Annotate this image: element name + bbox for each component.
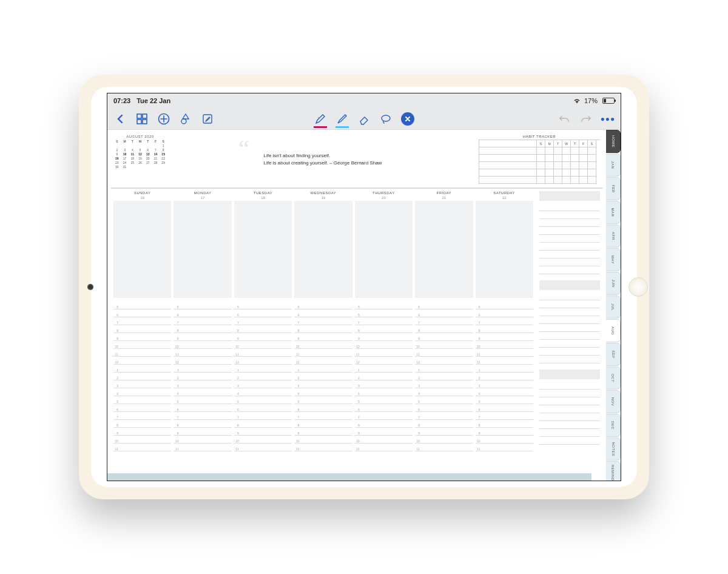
hour-row[interactable]: 5: [476, 302, 533, 309]
hour-row[interactable]: 7: [355, 317, 413, 325]
side-line[interactable]: [539, 211, 600, 219]
mini-cal-day[interactable]: 22: [160, 157, 167, 160]
hour-row[interactable]: 4: [415, 388, 473, 396]
mini-cal-day[interactable]: 23: [113, 161, 121, 164]
tab-sep[interactable]: SEP: [606, 343, 621, 366]
side-line[interactable]: [539, 437, 600, 445]
hour-row[interactable]: 8: [355, 420, 413, 428]
side-notes[interactable]: [539, 191, 600, 451]
mini-cal-day[interactable]: 19: [136, 157, 144, 160]
hour-row[interactable]: 6: [355, 309, 413, 317]
side-line[interactable]: [539, 292, 600, 300]
side-line[interactable]: [539, 266, 600, 274]
day-note-block[interactable]: [113, 201, 171, 298]
hour-row[interactable]: 7: [294, 412, 352, 420]
side-line[interactable]: [539, 251, 600, 258]
tab-notes[interactable]: NOTES: [606, 437, 621, 461]
tab-jan[interactable]: JAN: [606, 154, 621, 177]
hour-row[interactable]: 10: [174, 436, 231, 444]
hour-row[interactable]: 11: [355, 349, 413, 357]
tab-oct[interactable]: OCT: [606, 366, 621, 390]
mini-cal-day[interactable]: 7: [152, 148, 160, 152]
hour-row[interactable]: 1: [294, 365, 352, 373]
side-line[interactable]: [539, 429, 600, 437]
side-line[interactable]: [539, 227, 600, 235]
hour-row[interactable]: 7: [234, 317, 292, 325]
mini-cal-day[interactable]: 12: [136, 152, 144, 156]
hour-row[interactable]: 9: [294, 333, 352, 341]
hour-row[interactable]: 3: [113, 380, 171, 388]
habit-cell[interactable]: [571, 162, 579, 169]
tab-jun[interactable]: JUN: [606, 272, 621, 295]
habit-cell[interactable]: [554, 147, 562, 155]
tab-remind[interactable]: REMIND: [606, 461, 621, 481]
hour-row[interactable]: 3: [476, 380, 533, 388]
hour-row[interactable]: 8: [476, 420, 533, 428]
mini-cal-day[interactable]: 17: [121, 157, 129, 160]
mini-cal-day[interactable]: 4: [129, 148, 136, 152]
more-button[interactable]: ●●●: [601, 112, 615, 126]
hour-row[interactable]: 2: [234, 373, 292, 380]
hour-row[interactable]: 2: [294, 373, 352, 380]
day-date[interactable]: 19: [294, 196, 352, 200]
habit-cell[interactable]: [537, 147, 545, 155]
hour-row[interactable]: 12: [415, 357, 473, 365]
mini-cal-day[interactable]: 14: [152, 152, 160, 156]
mini-cal-day[interactable]: 18: [129, 157, 136, 160]
habit-cell[interactable]: [554, 169, 562, 177]
habit-cell[interactable]: [579, 162, 588, 169]
habit-cell[interactable]: [562, 169, 571, 177]
hour-row[interactable]: 8: [113, 325, 171, 333]
hour-row[interactable]: 5: [174, 302, 231, 309]
hour-row[interactable]: 11: [294, 444, 352, 451]
side-line[interactable]: [539, 300, 600, 308]
hour-row[interactable]: 3: [294, 380, 352, 388]
mini-calendar[interactable]: AUGUST 2020 SMTWTFS123456789101112131415…: [113, 135, 167, 184]
hour-row[interactable]: 5: [113, 302, 171, 309]
habit-cell[interactable]: [537, 169, 545, 177]
hour-row[interactable]: 6: [294, 309, 352, 317]
hour-row[interactable]: 1: [476, 365, 533, 373]
edit-icon[interactable]: [201, 112, 214, 126]
hour-row[interactable]: 8: [415, 420, 473, 428]
hour-row[interactable]: 2: [113, 373, 171, 380]
habit-cell[interactable]: [588, 169, 596, 177]
hour-row[interactable]: 8: [174, 325, 231, 333]
hour-row[interactable]: 4: [113, 388, 171, 396]
side-line[interactable]: [539, 413, 600, 421]
side-line[interactable]: [539, 397, 600, 405]
hour-row[interactable]: 9: [355, 333, 413, 341]
hour-row[interactable]: 9: [355, 428, 413, 436]
side-line[interactable]: [539, 356, 600, 363]
hour-row[interactable]: 5: [476, 396, 533, 404]
hour-row[interactable]: 9: [294, 428, 352, 436]
tab-apr[interactable]: APR: [606, 225, 621, 248]
tab-may[interactable]: MAY: [606, 248, 621, 271]
mini-cal-day[interactable]: 25: [129, 161, 136, 164]
mini-cal-day[interactable]: 5: [136, 148, 144, 152]
eraser-tool[interactable]: [357, 112, 371, 126]
hour-row[interactable]: 2: [355, 373, 413, 380]
hour-row[interactable]: 5: [294, 302, 352, 309]
mini-cal-day[interactable]: [136, 144, 144, 147]
hour-row[interactable]: 11: [415, 444, 473, 451]
habit-row-label[interactable]: [479, 169, 537, 177]
hour-row[interactable]: 10: [174, 341, 231, 349]
hour-row[interactable]: 11: [476, 444, 533, 451]
side-line[interactable]: [539, 348, 600, 356]
habit-cell[interactable]: [545, 169, 554, 177]
tab-home[interactable]: HOME: [606, 130, 621, 153]
habit-cell[interactable]: [571, 177, 579, 184]
habit-cell[interactable]: [579, 177, 588, 184]
habit-cell[interactable]: [545, 162, 554, 169]
redo-button[interactable]: [579, 112, 593, 126]
hour-row[interactable]: 9: [234, 428, 292, 436]
hour-row[interactable]: 7: [476, 317, 533, 325]
hour-row[interactable]: 3: [355, 380, 413, 388]
mini-cal-day[interactable]: 26: [136, 161, 144, 164]
hour-row[interactable]: 9: [174, 428, 231, 436]
mini-cal-day[interactable]: [144, 165, 152, 169]
day-date[interactable]: 17: [174, 196, 231, 200]
habit-tracker[interactable]: HABIT TRACKER SMTWTFS: [479, 135, 600, 184]
hour-row[interactable]: 6: [234, 404, 292, 412]
